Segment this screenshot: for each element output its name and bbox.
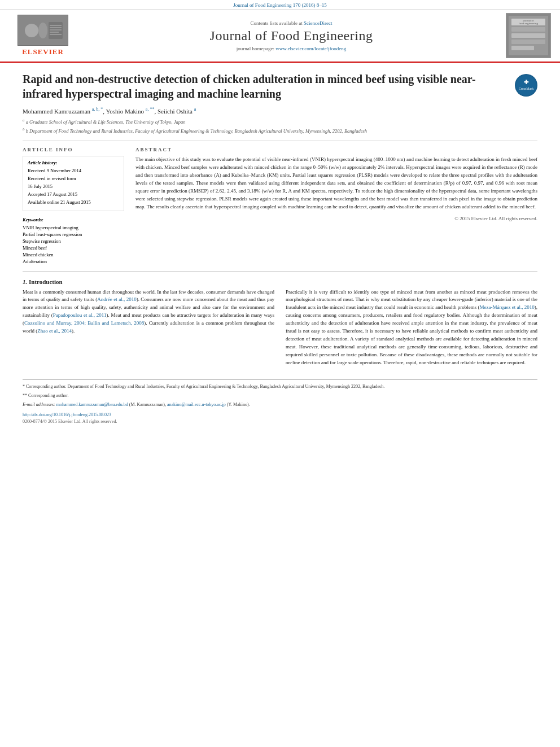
article-history-box: Article history: Received 9 November 201… — [23, 156, 124, 211]
keyword-6: Adulteration — [23, 259, 124, 264]
affiliation-a: a a Graduate School of Agricultural & Li… — [23, 118, 537, 126]
affiliations: a a Graduate School of Agricultural & Li… — [23, 118, 537, 135]
email-kamruzzaman[interactable]: mohammed.kamruzzaman@bau.edu.bd — [56, 402, 128, 407]
abstract-heading: ABSTRACT — [135, 147, 537, 152]
crossmark-badge: ✚CrossMark — [515, 74, 537, 97]
cite-zhao: Zhao et al., 2014 — [37, 328, 72, 334]
intro-body: Meat is a commonly consumed human diet t… — [23, 289, 537, 370]
svg-text:food engineering: food engineering — [519, 22, 539, 25]
svg-rect-3 — [49, 22, 63, 39]
intro-para-1: Meat is a commonly consumed human diet t… — [23, 289, 274, 336]
doi-line[interactable]: http://dx.doi.org/10.1016/j.jfoodeng.201… — [23, 412, 537, 418]
history-accepted: Accepted 17 August 2015 — [28, 191, 119, 198]
svg-rect-14 — [511, 46, 534, 50]
author-oshita: Seiichi Oshita a — [158, 108, 196, 115]
keyword-5: Minced chicken — [23, 252, 124, 257]
svg-point-1 — [25, 24, 38, 37]
svg-rect-13 — [511, 40, 545, 44]
crossmark-icon: ✚CrossMark — [519, 80, 534, 91]
authors-line: Mohammed Kamruzzaman a, b, *, Yoshio Mak… — [23, 107, 537, 115]
cite-andree: Andrée et al., 2010 — [97, 296, 136, 302]
article-info-heading: ARTICLE INFO — [23, 147, 124, 152]
history-online: Available online 21 August 2015 — [28, 199, 119, 206]
history-title: Article history: — [28, 160, 119, 165]
homepage-link[interactable]: www.elsevier.com/locate/jfoodeng — [275, 46, 346, 51]
svg-rect-12 — [511, 33, 545, 38]
journal-citation: Journal of Food Engineering 170 (2016) 8… — [233, 2, 326, 8]
intro-title: 1. Introduction — [23, 278, 537, 285]
journal-main-header: ELSEVIER Contents lists available at Sci… — [0, 10, 560, 62]
intro-left-col: Meat is a commonly consumed human diet t… — [23, 289, 274, 370]
main-content: Rapid and non-destructive detection of c… — [0, 63, 560, 431]
intro-para-2: Practically it is very difficult to iden… — [286, 289, 537, 367]
journal-header: Journal of Food Engineering 170 (2016) 8… — [0, 0, 560, 63]
email-makino[interactable]: anakino@mail.ecc.u-tokyo.ac.jp — [167, 402, 226, 407]
svg-rect-11 — [511, 27, 545, 32]
cite-papadopoulou: Papadopoulou et al., 2011 — [53, 312, 107, 318]
svg-point-2 — [38, 23, 47, 38]
cite-meza: Meza-Márquez et al., 2010 — [479, 304, 534, 310]
article-title: Rapid and non-destructive detection of c… — [23, 72, 515, 101]
footnote-email: E-mail addresses: mohammed.kamruzzaman@b… — [23, 401, 537, 408]
article-info-col: ARTICLE INFO Article history: Received 9… — [23, 147, 124, 265]
history-revised-date: 16 July 2015 — [28, 184, 119, 190]
abstract-text: The main objective of this study was to … — [135, 156, 537, 211]
keyword-1: VNIR hyperspectral imaging — [23, 225, 124, 230]
sciencedirect-link[interactable]: ScienceDirect — [304, 20, 332, 26]
footnote-1: * Corresponding author. Department of Fo… — [23, 383, 537, 390]
intro-right-col: Practically it is very difficult to iden… — [286, 289, 537, 370]
elsevier-brand: ELSEVIER — [22, 47, 64, 56]
article-info-abstract: ARTICLE INFO Article history: Received 9… — [23, 147, 537, 265]
history-received: Received 9 November 2014 — [28, 168, 119, 174]
history-revised-label: Received in revised form — [28, 176, 119, 182]
body-section: 1. Introduction Meat is a commonly consu… — [23, 278, 537, 370]
affiliation-b: b b Department of Food Technology and Ru… — [23, 127, 537, 135]
footnote-2: ** Corresponding author. — [23, 392, 537, 399]
divider-2 — [23, 271, 537, 272]
issn-line: 0260-8774/© 2015 Elsevier Ltd. All right… — [23, 418, 537, 425]
keyword-3: Stepwise regression — [23, 238, 124, 244]
contents-line: Contents lists available at ScienceDirec… — [77, 20, 506, 26]
journal-center: Contents lists available at ScienceDirec… — [77, 20, 506, 51]
journal-thumbnail: journal of food engineering — [506, 13, 551, 58]
abstract-col: ABSTRACT The main objective of this stud… — [135, 147, 537, 265]
copyright-line: © 2015 Elsevier Ltd. All rights reserved… — [135, 216, 537, 221]
journal-homepage: journal homepage: www.elsevier.com/locat… — [77, 46, 506, 51]
intro-title-text: Introduction — [29, 278, 63, 285]
keywords-section: Keywords: VNIR hyperspectral imaging Par… — [23, 217, 124, 264]
footnotes: * Corresponding author. Department of Fo… — [23, 379, 537, 425]
title-section: Rapid and non-destructive detection of c… — [23, 72, 537, 101]
author-makino: Yoshio Makino a, **, — [106, 108, 157, 115]
keywords-title: Keywords: — [23, 217, 124, 222]
journal-title-main: Journal of Food Engineering — [77, 28, 506, 43]
cite-cozzolino: Cozzolino and Murray, 2004; Ballin and L… — [24, 320, 144, 326]
author-kamruzzaman: Mohammed Kamruzzaman a, b, *, — [23, 108, 106, 115]
divider-1 — [23, 141, 537, 141]
intro-num: 1. — [23, 278, 27, 285]
elsevier-logo-image — [18, 15, 68, 46]
keyword-4: Minced beef — [23, 245, 124, 251]
journal-top-bar: Journal of Food Engineering 170 (2016) 8… — [0, 0, 560, 10]
doi-link[interactable]: http://dx.doi.org/10.1016/j.jfoodeng.201… — [23, 412, 111, 417]
keyword-2: Partial least-squares regression — [23, 231, 124, 237]
elsevier-logo: ELSEVIER — [9, 15, 77, 56]
